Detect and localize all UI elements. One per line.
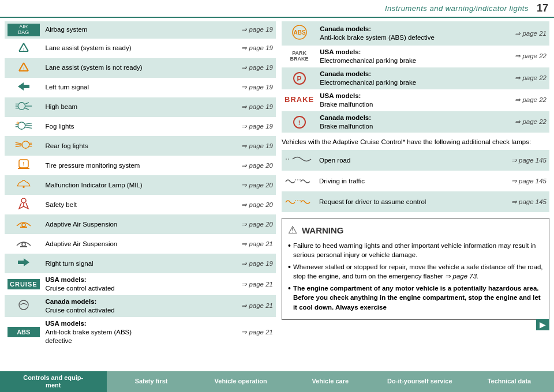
warning-bullet-3: • The engine compartment of any motor ve… <box>288 284 543 311</box>
description-cell: Lane assist (system is ready) <box>43 39 158 58</box>
icon-cell <box>5 78 43 97</box>
page-ref: ⇒ page 19 <box>158 254 276 273</box>
tab-vehicle-care[interactable]: Vehicle care <box>286 371 375 392</box>
icon-cell: ❄ <box>5 117 43 137</box>
page-ref: ⇒ page 21 <box>158 234 276 254</box>
page-ref: ⇒ page 21 <box>158 273 276 295</box>
bold-label: Canada models: <box>46 298 97 305</box>
svg-point-34 <box>21 198 26 203</box>
table-row: ! Canada models: Brake malfunction ⇒ pag… <box>282 111 549 133</box>
svg-marker-8 <box>18 82 29 91</box>
lane-assist-not-ready-icon: ! <box>14 61 33 73</box>
rear-fog-icon <box>14 138 33 151</box>
svg-line-14 <box>25 102 28 104</box>
icon-cell <box>5 295 43 317</box>
table-row: ! Lane assist (system is ready) ⇒ page 1… <box>5 39 276 58</box>
icon-cell <box>5 195 43 214</box>
svg-point-41 <box>19 300 28 310</box>
fog-lights-icon: ❄ <box>14 119 33 132</box>
bold-label: Canada models: <box>320 70 371 77</box>
tab-diy-service[interactable]: Do-it-yourself service <box>375 371 465 392</box>
table-row: ❄ Fog lights ⇒ page 19 <box>5 117 276 137</box>
warning-title: WARNING <box>302 224 344 236</box>
svg-marker-40 <box>18 258 29 266</box>
svg-point-33 <box>23 186 25 189</box>
description-cell: Rear fog lights <box>43 136 158 156</box>
description-cell: Canada models: Electromechanical parking… <box>317 67 494 89</box>
icon-cell: AIRBAG <box>5 21 43 39</box>
footer-tabs: Controls and equip-ment Safety first Veh… <box>0 371 554 392</box>
seatbelt-icon <box>14 197 33 210</box>
bold-label: USA models: <box>46 276 87 283</box>
description-cell: Driving in traffic <box>316 171 487 191</box>
page-ref: ⇒ page 19 <box>158 117 276 137</box>
abs-canada-icon: ABS <box>289 24 310 41</box>
icon-cell <box>5 214 43 234</box>
page-ref: ⇒ page 145 <box>487 150 549 171</box>
mil-icon <box>14 178 33 190</box>
svg-line-5 <box>24 63 28 71</box>
svg-text:❄: ❄ <box>16 121 19 126</box>
high-beam-icon <box>14 100 33 112</box>
tire-pressure-icon: ! <box>14 158 33 171</box>
main-content: AIRBAG Airbag system ⇒ page 19 ! <box>0 18 554 351</box>
cruise-intro: Vehicles with the Adaptive Cruise Contro… <box>282 137 549 146</box>
page-number: 17 <box>537 2 548 14</box>
svg-line-21 <box>25 127 32 128</box>
description-cell: Left turn signal <box>43 78 158 97</box>
air-suspension-white-icon <box>14 236 33 249</box>
bold-label: USA models: <box>46 320 87 327</box>
table-row: Safety belt ⇒ page 20 <box>5 195 276 214</box>
description-cell: Tire pressure monitoring system <box>43 156 158 175</box>
continue-arrow: ▶ <box>282 319 549 330</box>
tab-technical-data[interactable]: Technical data <box>465 371 554 392</box>
table-row: ABS USA models: Anti-lock brake system (… <box>5 317 276 348</box>
icon-cell <box>5 175 43 195</box>
page-ref: ⇒ page 22 <box>495 46 549 67</box>
page-ref: ⇒ page 20 <box>158 195 276 214</box>
table-row: ! Tire pressure monitoring system ⇒ page… <box>5 156 276 175</box>
table-row: BRAKE USA models: Brake malfunction ⇒ pa… <box>282 89 549 111</box>
tab-controls-equipment[interactable]: Controls and equip-ment <box>0 371 107 392</box>
svg-point-9 <box>18 102 25 109</box>
svg-point-23 <box>22 141 29 148</box>
icon-cell: CRUISE <box>5 273 43 295</box>
description-cell: Canada models: Cruise control activated <box>43 295 158 317</box>
left-indicator-table: AIRBAG Airbag system ⇒ page 19 ! <box>5 21 276 348</box>
page-ref: ⇒ page 20 <box>158 214 276 234</box>
description-cell: Request for driver to assume control <box>316 191 487 212</box>
description-cell: Right turn signal <box>43 254 158 273</box>
park-brake-usa-icon: PARKBRAKE <box>285 51 314 62</box>
description-cell: Adaptive Air Suspension <box>43 234 158 254</box>
park-circle-icon: P <box>293 72 306 85</box>
icon-cell: ABS <box>5 317 43 348</box>
page-ref: ⇒ page 21 <box>158 295 276 317</box>
icon-cell <box>282 150 316 171</box>
table-row: ABS Canada models: Anti-lock brake syste… <box>282 21 549 46</box>
description-cell: Canada models: Anti-lock brake system (A… <box>317 21 494 46</box>
page-ref: ⇒ page 22 <box>495 111 549 133</box>
svg-text:!: ! <box>23 66 24 71</box>
bold-label: Canada models: <box>320 114 371 121</box>
right-column: ABS Canada models: Anti-lock brake syste… <box>282 21 549 348</box>
icon-cell <box>282 191 316 212</box>
svg-point-38 <box>22 243 25 246</box>
description-cell: Lane assist (system is not ready) <box>43 58 158 78</box>
icon-cell <box>5 136 43 156</box>
tab-safety-first[interactable]: Safety first <box>107 371 196 392</box>
page-ref: ⇒ page 22 <box>495 89 549 111</box>
page-ref: ⇒ page 19 <box>158 136 276 156</box>
bold-label: USA models: <box>320 92 361 99</box>
svg-text:!: ! <box>23 161 24 167</box>
lane-assist-ready-icon: ! <box>14 41 33 54</box>
bold-label: USA models: <box>320 48 361 55</box>
abs-icon: ABS <box>8 327 40 337</box>
bold-label: Canada models: <box>320 25 371 32</box>
cruise-canada-icon <box>14 299 33 311</box>
tab-vehicle-operation[interactable]: Vehicle operation <box>196 371 286 392</box>
brake-text-icon: BRAKE <box>285 95 314 105</box>
warning-box: ⚠ WARNING • Failure to heed warning ligh… <box>282 218 549 320</box>
page-ref: ⇒ page 19 <box>158 97 276 117</box>
table-row: ! Lane assist (system is not ready) ⇒ pa… <box>5 58 276 78</box>
icon-cell <box>5 97 43 117</box>
